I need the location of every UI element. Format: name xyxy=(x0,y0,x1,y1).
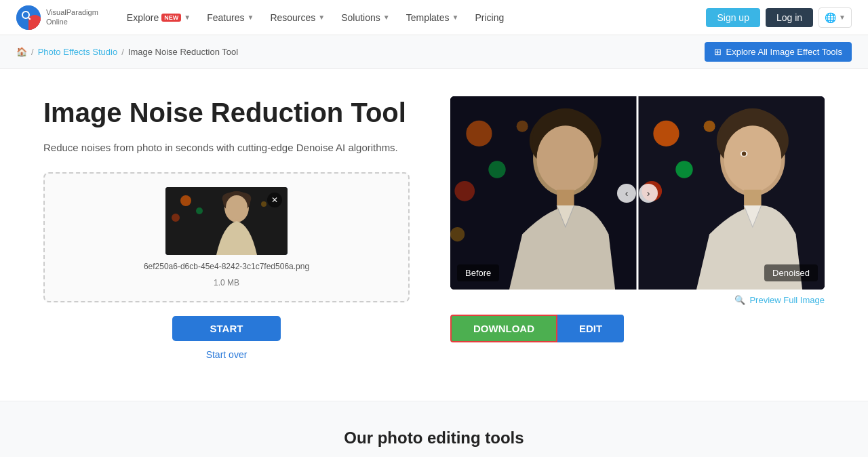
grid-icon: ⊞ xyxy=(714,47,722,57)
page-description: Reduce noises from photo in seconds with… xyxy=(43,140,410,156)
right-panel: Before ‹ › xyxy=(450,96,825,342)
login-button[interactable]: Log in xyxy=(766,8,813,27)
bottom-section: Our photo editing tools xyxy=(0,401,868,457)
nav-pricing[interactable]: Pricing xyxy=(468,8,511,27)
edit-button[interactable]: EDIT xyxy=(557,315,624,342)
start-button[interactable]: START xyxy=(172,316,281,341)
explore-chevron: ▼ xyxy=(184,14,191,21)
nav-explore[interactable]: Explore NEW ▼ xyxy=(120,8,197,27)
before-label: Before xyxy=(457,264,499,281)
svg-point-12 xyxy=(466,121,492,146)
signup-button[interactable]: Sign up xyxy=(706,8,760,27)
breadcrumb-current: Image Noise Reduction Tool xyxy=(128,47,238,57)
logo[interactable]: VisualParadigm Online xyxy=(16,5,98,30)
resources-chevron: ▼ xyxy=(318,14,325,21)
svg-point-23 xyxy=(653,121,679,146)
home-icon: 🏠 xyxy=(16,47,27,57)
globe-icon: 🌐 xyxy=(825,12,836,23)
svg-point-14 xyxy=(454,181,475,201)
brand-name: VisualParadigm Online xyxy=(46,8,98,26)
file-size-label: 1.0 MB xyxy=(214,278,239,287)
svg-point-24 xyxy=(675,161,692,178)
language-selector[interactable]: 🌐 ▼ xyxy=(818,7,852,28)
svg-point-31 xyxy=(742,151,746,155)
comparison-container: Before ‹ › xyxy=(450,96,825,290)
new-badge: NEW xyxy=(161,14,181,22)
svg-point-6 xyxy=(172,214,180,222)
upload-box[interactable]: ✕ 6ef250a6-d6cb-45e4-8242-3c1c7fed506a.p… xyxy=(43,172,410,302)
preview-full-image-link[interactable]: Preview Full Image xyxy=(749,295,825,305)
nav-links: Explore NEW ▼ Features ▼ Resources ▼ Sol… xyxy=(120,8,707,27)
language-chevron: ▼ xyxy=(839,14,846,21)
after-label: Denoised xyxy=(764,264,818,281)
nav-templates[interactable]: Templates ▼ xyxy=(399,8,466,27)
comparison-arrow-left[interactable]: ‹ xyxy=(617,184,636,203)
breadcrumb-sep-2: / xyxy=(121,47,124,57)
preview-row: 🔍 Preview Full Image xyxy=(450,295,825,305)
breadcrumb-sep-1: / xyxy=(31,47,34,57)
file-name-label: 6ef250a6-d6cb-45e4-8242-3c1c7fed506a.png xyxy=(144,262,309,271)
breadcrumb: 🏠 / Photo Effects Studio / Image Noise R… xyxy=(16,47,238,57)
page-title: Image Noise Reduction Tool xyxy=(43,96,410,129)
left-panel: Image Noise Reduction Tool Reduce noises… xyxy=(43,96,410,360)
comparison-arrow-right[interactable]: › xyxy=(639,184,658,203)
photo-effects-link[interactable]: Photo Effects Studio xyxy=(38,47,118,57)
remove-file-button[interactable]: ✕ xyxy=(267,193,282,207)
svg-point-16 xyxy=(450,227,465,241)
svg-point-5 xyxy=(196,207,203,214)
svg-point-7 xyxy=(261,201,267,207)
nav-solutions[interactable]: Solutions ▼ xyxy=(334,8,397,27)
svg-point-4 xyxy=(180,195,191,206)
svg-point-29 xyxy=(724,125,781,192)
uploaded-file-display: ✕ 6ef250a6-d6cb-45e4-8242-3c1c7fed506a.p… xyxy=(58,187,395,287)
action-buttons: DOWNLOAD EDIT xyxy=(450,315,825,342)
explore-tools-button[interactable]: ⊞ Explore All Image Effect Tools xyxy=(705,42,852,62)
start-over-link[interactable]: Start over xyxy=(43,349,410,360)
solutions-chevron: ▼ xyxy=(383,14,390,21)
nav-features[interactable]: Features ▼ xyxy=(200,8,260,27)
templates-chevron: ▼ xyxy=(452,14,459,21)
svg-point-15 xyxy=(517,121,528,132)
zoom-icon: 🔍 xyxy=(734,295,745,305)
svg-point-20 xyxy=(536,125,594,192)
bottom-title: Our photo editing tools xyxy=(16,429,852,448)
logo-icon xyxy=(16,5,41,30)
home-link[interactable]: 🏠 xyxy=(16,47,27,57)
nav-actions: Sign up Log in 🌐 ▼ xyxy=(706,7,852,28)
breadcrumb-bar: 🏠 / Photo Effects Studio / Image Noise R… xyxy=(0,35,868,69)
features-chevron: ▼ xyxy=(247,14,254,21)
image-comparison[interactable]: Before ‹ › xyxy=(450,96,825,290)
before-side: Before xyxy=(450,96,637,290)
download-button[interactable]: DOWNLOAD xyxy=(450,315,557,342)
svg-point-13 xyxy=(488,161,505,178)
navbar: VisualParadigm Online Explore NEW ▼ Feat… xyxy=(0,0,868,35)
nav-resources[interactable]: Resources ▼ xyxy=(263,8,332,27)
after-side: Denoised xyxy=(637,96,825,290)
svg-point-10 xyxy=(226,195,248,220)
main-content: Image Noise Reduction Tool Reduce noises… xyxy=(27,69,841,401)
svg-point-26 xyxy=(704,121,715,132)
